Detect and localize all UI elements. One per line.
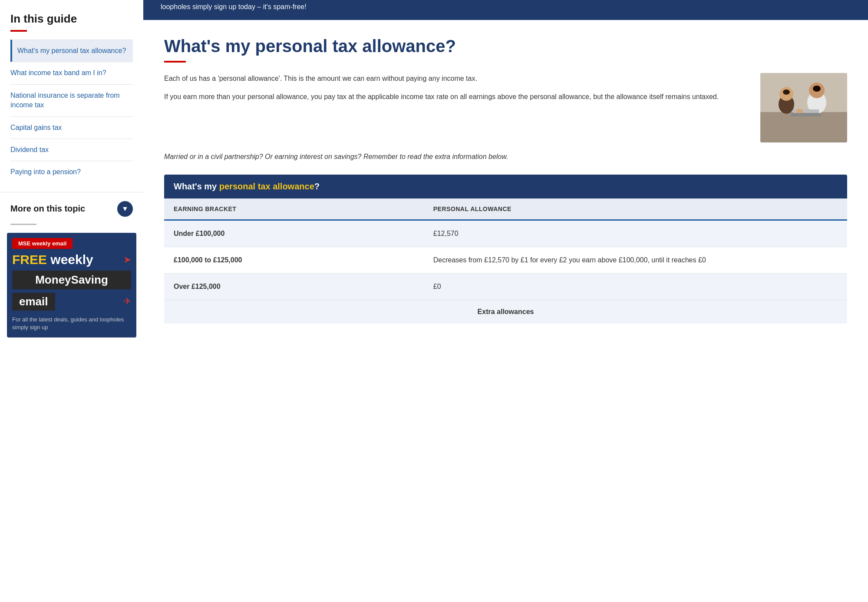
email-promo-weekly-word: weekly	[47, 252, 93, 267]
sidebar-nav-item-national-insurance[interactable]: National insurance is separate from inco…	[10, 84, 133, 116]
table-header-normal: What's my	[174, 182, 219, 191]
email-promo-email-word: email	[12, 293, 55, 311]
table-footer-cell: Extra allowances	[164, 300, 847, 324]
people-working-illustration	[760, 73, 847, 142]
email-promo-footer: For all the latest deals, guides and loo…	[7, 314, 136, 337]
table-cell-bracket-0: Under £100,000	[164, 220, 424, 247]
table-header: What's my personal tax allowance?	[164, 175, 847, 198]
main-content: loopholes simply sign up today – it's sp…	[143, 0, 868, 602]
article-italic: Married or in a civil partnership? Or ea…	[164, 151, 847, 162]
svg-rect-8	[791, 113, 821, 116]
more-divider	[10, 224, 36, 225]
email-promo-free-text: FREE weekly	[12, 252, 93, 267]
table-row: Under £100,000£12,570	[164, 220, 847, 247]
table-cell-bracket-2: Over £125,000	[164, 273, 424, 300]
col-allowance-header: PERSONAL ALLOWANCE	[424, 198, 847, 220]
table-header-text: What's my personal tax allowance?	[174, 182, 320, 192]
guide-title-underline	[10, 30, 27, 32]
table-body: Under £100,000£12,570£100,000 to £125,00…	[164, 220, 847, 300]
svg-point-4	[783, 89, 790, 95]
email-promo-moneysaving: MoneySaving	[12, 271, 131, 289]
email-arrow-icon-2: ✈	[123, 296, 131, 307]
table-footer-row: Extra allowances	[164, 300, 847, 324]
table-header-highlight: personal tax allowance	[219, 182, 314, 191]
sidebar-nav-item-capital-gains[interactable]: Capital gains tax	[10, 116, 133, 139]
email-promo-free-row: FREE weekly ➤	[7, 251, 136, 271]
email-arrow-icon-1: ➤	[123, 254, 131, 265]
top-banner-text: loopholes simply sign up today – it's sp…	[161, 0, 851, 12]
sidebar: In this guide What's my personal tax all…	[0, 0, 143, 602]
email-promo-email-row: email ✈	[7, 293, 136, 314]
sidebar-nav-link-pension[interactable]: Paying into a pension?	[10, 161, 133, 183]
sidebar-nav-link-capital-gains[interactable]: Capital gains tax	[10, 117, 133, 139]
svg-point-10	[796, 109, 803, 113]
table-cell-allowance-1: Decreases from £12,570 by £1 for every £…	[424, 247, 847, 273]
guide-title: In this guide	[10, 12, 133, 26]
sidebar-nav-item-pension[interactable]: Paying into a pension?	[10, 161, 133, 183]
allowance-data-table: EARNING BRACKET PERSONAL ALLOWANCE Under…	[164, 198, 847, 324]
article-intro: Each of us has a 'personal allowance'. T…	[164, 73, 847, 142]
email-promo-free-word: FREE	[12, 252, 47, 267]
sidebar-nav-link-income-tax-band[interactable]: What income tax band am I in?	[10, 62, 133, 84]
sidebar-nav-item-dividend-tax[interactable]: Dividend tax	[10, 139, 133, 161]
table-header-row: EARNING BRACKET PERSONAL ALLOWANCE	[164, 198, 847, 220]
article-body: What's my personal tax allowance? Each o…	[143, 20, 868, 602]
guide-section: In this guide What's my personal tax all…	[0, 0, 143, 192]
table-row: Over £125,000£0	[164, 273, 847, 300]
article-intro-image	[760, 73, 847, 142]
sidebar-nav-link-dividend-tax[interactable]: Dividend tax	[10, 139, 133, 161]
more-on-topic-section: More on this topic ▼	[0, 192, 143, 224]
col-bracket-header: EARNING BRACKET	[164, 198, 424, 220]
more-on-topic-title: More on this topic	[10, 204, 85, 214]
sidebar-nav-item-income-tax-band[interactable]: What income tax band am I in?	[10, 62, 133, 84]
table-row: £100,000 to £125,000Decreases from £12,5…	[164, 247, 847, 273]
article-para1: Each of us has a 'personal allowance'. T…	[164, 73, 746, 84]
more-on-topic-toggle[interactable]: ▼	[117, 201, 133, 217]
email-promo-widget: MSE weekly email FREE weekly ➤ MoneySavi…	[7, 233, 136, 337]
article-title: What's my personal tax allowance?	[164, 36, 847, 56]
guide-nav: What's my personal tax allowance?What in…	[10, 40, 133, 183]
email-promo-badge: MSE weekly email	[12, 238, 73, 249]
table-cell-allowance-2: £0	[424, 273, 847, 300]
table-header-end: ?	[314, 182, 320, 191]
sidebar-nav-link-personal-tax-allowance[interactable]: What's my personal tax allowance?	[16, 40, 133, 62]
svg-point-7	[813, 86, 821, 92]
chevron-down-icon: ▼	[122, 205, 129, 213]
top-banner: loopholes simply sign up today – it's sp…	[143, 0, 868, 20]
sidebar-nav-item-personal-tax-allowance[interactable]: What's my personal tax allowance?	[10, 40, 133, 62]
table-cell-bracket-1: £100,000 to £125,000	[164, 247, 424, 273]
sidebar-nav-link-national-insurance[interactable]: National insurance is separate from inco…	[10, 85, 133, 116]
article-para2: If you earn more than your personal allo…	[164, 91, 746, 103]
article-title-underline	[164, 61, 186, 63]
personal-allowance-table: What's my personal tax allowance? EARNIN…	[164, 175, 847, 324]
table-cell-allowance-0: £12,570	[424, 220, 847, 247]
article-intro-text: Each of us has a 'personal allowance'. T…	[164, 73, 746, 142]
svg-rect-1	[760, 112, 847, 142]
